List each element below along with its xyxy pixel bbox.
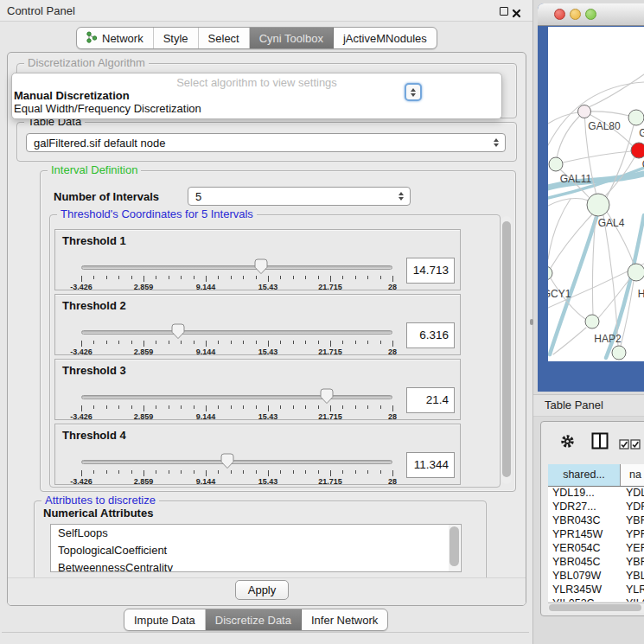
- threshold-3-value-field[interactable]: 21.4: [406, 387, 455, 413]
- network-edge[interactable]: [557, 112, 584, 158]
- minimize-traffic-light-icon[interactable]: [570, 9, 581, 20]
- scrollbar-thumb[interactable]: [450, 526, 459, 566]
- network-canvas[interactable]: GAL80GAL11GAL4GCY1HAP2HGAC: [548, 27, 644, 361]
- column-header-shared-name[interactable]: shared...: [548, 464, 621, 486]
- slider-track[interactable]: [81, 395, 392, 399]
- threshold-1-slider[interactable]: -3.4262.8599.14415.4321.71528: [81, 258, 392, 291]
- tab-select[interactable]: Select: [199, 28, 250, 48]
- threshold-2-value-field[interactable]: 6.316: [406, 322, 455, 348]
- scrollbar-thumb[interactable]: [549, 604, 641, 611]
- table-row[interactable]: YBR043CYBR0: [548, 514, 644, 528]
- network-edge[interactable]: [548, 199, 571, 259]
- slider-tick: [330, 341, 331, 347]
- network-edge[interactable]: [589, 74, 644, 107]
- slider-tick: [256, 276, 257, 279]
- slider-tick: [305, 405, 306, 409]
- table-row[interactable]: YIL052CYIL0: [548, 597, 644, 602]
- slider-handle[interactable]: [254, 258, 268, 275]
- table-row[interactable]: YPR145WYPR1: [548, 528, 644, 542]
- zoom-traffic-light-icon[interactable]: [585, 9, 596, 20]
- slider-tick: [118, 405, 119, 409]
- close-traffic-light-icon[interactable]: [554, 9, 565, 20]
- axis-tick-label: 9.144: [196, 477, 216, 486]
- tab-cyni-toolbox[interactable]: Cyni Toolbox: [250, 28, 334, 48]
- tab-style[interactable]: Style: [154, 28, 199, 48]
- group-title: Interval Definition: [48, 163, 141, 176]
- slider-tick: [380, 470, 381, 474]
- node-hap2[interactable]: [585, 315, 599, 328]
- split-columns-icon[interactable]: [591, 432, 609, 453]
- window-title: Control Panel: [7, 4, 75, 17]
- threshold-4-value-field[interactable]: 11.344: [406, 452, 455, 478]
- tab-jactivemnodules[interactable]: jActiveMNodules: [334, 28, 437, 48]
- table-row[interactable]: YDL19...YDL1: [548, 487, 644, 501]
- node-red-selected[interactable]: [631, 143, 644, 158]
- node-bottom[interactable]: [612, 346, 626, 360]
- network-edge[interactable]: [550, 217, 596, 354]
- slider-tick: [256, 341, 257, 344]
- slider-handle[interactable]: [171, 323, 185, 340]
- slider-tick: [367, 405, 368, 409]
- cyni-toolbox-panel: Discretization Algorithm Table Data galF…: [7, 52, 526, 606]
- attribute-list-item[interactable]: SelfLoops: [51, 525, 461, 542]
- attributes-scrollbar[interactable]: [449, 525, 460, 571]
- slider-track[interactable]: [81, 265, 392, 270]
- slider-tick: [380, 276, 381, 279]
- tab-network[interactable]: Network: [77, 28, 154, 48]
- attribute-list-item[interactable]: BetweennessCentrality: [51, 559, 461, 572]
- slider-tick: [93, 405, 94, 409]
- slider-handle[interactable]: [220, 453, 234, 469]
- scrollbar-thumb[interactable]: [502, 221, 511, 477]
- tab-label: Select: [208, 32, 239, 45]
- float-window-icon[interactable]: [500, 7, 508, 16]
- network-edge[interactable]: [606, 125, 634, 199]
- tab-infer-network[interactable]: Infer Network: [302, 609, 387, 630]
- network-graph[interactable]: GAL80GAL11GAL4GCY1HAP2HGAC: [548, 27, 644, 361]
- threshold-3-slider[interactable]: -3.4262.8599.14415.4321.71528: [81, 388, 392, 421]
- network-view-window: GAL80GAL11GAL4GCY1HAP2HGAC: [538, 3, 644, 392]
- checkbox-icon[interactable]: [619, 437, 629, 453]
- table-row[interactable]: YER054CYER0: [548, 542, 644, 556]
- table-row[interactable]: YBL079WYBL0: [548, 570, 644, 583]
- network-window-titlebar[interactable]: [538, 3, 644, 26]
- node-gal4[interactable]: [587, 194, 609, 216]
- popup-option-manual-discretization[interactable]: Manual Discretization: [14, 89, 130, 102]
- network-edge[interactable]: [563, 151, 631, 163]
- axis-tick-label: 28: [388, 477, 397, 486]
- number-of-intervals-combobox[interactable]: 5: [188, 187, 411, 206]
- threshold-2-slider[interactable]: -3.4262.8599.14415.4321.71528: [81, 323, 392, 356]
- algorithm-dropdown-popup: Select algorithm to view settings Manual…: [11, 73, 502, 119]
- interval-vertical-scrollbar[interactable]: [501, 216, 512, 484]
- slider-tick: [181, 405, 182, 409]
- node-gcy1[interactable]: [548, 266, 552, 280]
- threshold-1-value-field[interactable]: 14.713: [406, 258, 455, 284]
- table-row[interactable]: YLR345WYLR3: [548, 583, 644, 597]
- node-right[interactable]: [628, 264, 644, 281]
- gear-icon[interactable]: [560, 434, 575, 452]
- algorithm-combobox-focus-ring[interactable]: [405, 83, 422, 101]
- tab-impute-data[interactable]: Impute Data: [124, 609, 206, 630]
- column-header-name[interactable]: na: [621, 464, 644, 486]
- close-window-icon[interactable]: [512, 6, 521, 16]
- attribute-list-item[interactable]: TopologicalCoefficient: [51, 542, 461, 559]
- tab-discretize-data[interactable]: Discretize Data: [206, 609, 302, 630]
- checkbox-icon[interactable]: [630, 437, 641, 453]
- popup-option-equal-width-frequency[interactable]: Equal Width/Frequency Discretization: [14, 102, 201, 115]
- node-gal80[interactable]: [578, 105, 591, 118]
- threshold-4-slider[interactable]: -3.4262.8599.14415.4321.71528: [81, 453, 392, 486]
- node-gal11[interactable]: [549, 157, 563, 171]
- apply-button[interactable]: Apply: [235, 580, 289, 600]
- network-edge[interactable]: [551, 214, 592, 268]
- slider-track[interactable]: [81, 460, 392, 464]
- numerical-attributes-list[interactable]: SelfLoopsTopologicalCoefficientBetweenne…: [50, 524, 462, 572]
- table-row[interactable]: YDR27...YDR2: [548, 501, 644, 514]
- table-horizontal-scrollbar[interactable]: [548, 603, 644, 613]
- slider-handle[interactable]: [320, 388, 334, 405]
- table-row[interactable]: YBR045CYBR0: [548, 556, 644, 570]
- slider-tick: [305, 470, 306, 474]
- splitter-handle[interactable]: [530, 319, 533, 325]
- slider-track[interactable]: [81, 330, 392, 335]
- table-data-combobox[interactable]: galFiltered.sif default node: [26, 133, 506, 152]
- control-panel-titlebar: Control Panel: [0, 0, 532, 22]
- node-top-right[interactable]: [628, 110, 644, 125]
